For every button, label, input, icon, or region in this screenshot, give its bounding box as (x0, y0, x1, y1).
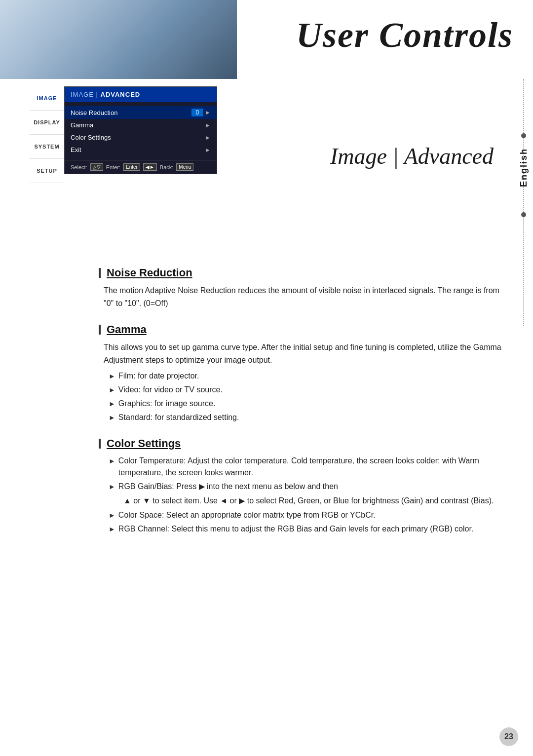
menu-item-exit[interactable]: Exit ► (65, 144, 217, 156)
sidebar-nav: IMAGE DISPLAY SYSTEM SETUP (30, 86, 64, 183)
rgb-gain-indent: ▲ or ▼ to select item. Use ◄ or ▶ to sel… (109, 494, 503, 507)
page-title: User Controls (296, 15, 513, 56)
language-label: English (519, 148, 529, 187)
enter-label: Enter: (106, 164, 120, 170)
noise-reduction-section: Noise Reduction The motion Adaptive Nois… (99, 266, 503, 309)
noise-reduction-body: The motion Adaptive Noise Reduction redu… (99, 284, 503, 309)
lr-key: ◀► (143, 163, 157, 171)
select-key: △▽ (90, 163, 103, 171)
menu-item-arrow: ► (205, 134, 211, 141)
menu-item-noise-reduction[interactable]: Noise Reduction 0 ► (65, 106, 217, 119)
menu-header-suffix: ADVANCED (101, 91, 141, 98)
section-title: Image | Advanced (330, 143, 494, 169)
menu-item-label: Exit (71, 146, 205, 153)
decorative-line (523, 79, 524, 326)
list-item: ► RGB Channel: Select this menu to adjus… (109, 523, 503, 535)
bullet-arrow-icon: ► (109, 482, 115, 492)
menu-item-label: Color Settings (71, 134, 205, 141)
noise-reduction-heading: Noise Reduction (99, 266, 503, 279)
menu-item-label: Noise Reduction (71, 109, 191, 116)
bullet-arrow-icon: ► (109, 399, 115, 409)
page-number: 23 (499, 727, 518, 746)
menu-item-value: 0 (191, 109, 203, 116)
list-item: ► RGB Gain/Bias: Press ▶ into the next m… (109, 481, 503, 492)
list-item: ► Standard: for standardized setting. (109, 412, 503, 423)
select-label: Select: (71, 164, 87, 170)
list-item: ► Color Space: Select an appropriate col… (109, 509, 503, 521)
menu-header-prefix: IMAGE | (71, 91, 101, 98)
bullet-arrow-icon: ► (109, 371, 115, 381)
enter-key: Enter (123, 163, 140, 171)
color-settings-bullets: ► Color Temperature: Adjust the color te… (99, 455, 503, 535)
gamma-bullets: ► Film: for date projector. ► Video: for… (99, 370, 503, 423)
bullet-arrow-icon: ► (109, 413, 115, 423)
nav-item-image[interactable]: IMAGE (30, 86, 64, 111)
menu-item-gamma[interactable]: Gamma ► (65, 119, 217, 131)
menu-item-arrow: ► (205, 147, 211, 153)
list-item: ► Color Temperature: Adjust the color te… (109, 455, 503, 479)
list-item: ► Film: for date projector. (109, 370, 503, 382)
bullet-arrow-icon: ► (109, 456, 115, 466)
menu-item-arrow: ► (205, 122, 211, 129)
list-item: ► Video: for video or TV source. (109, 384, 503, 396)
back-label: Back: (160, 164, 174, 170)
list-item: ► Graphics: for image source. (109, 398, 503, 410)
gamma-heading: Gamma (99, 323, 503, 336)
menu-footer: Select: △▽ Enter: Enter ◀► Back: Menu (65, 160, 217, 174)
color-settings-section: Color Settings ► Color Temperature: Adju… (99, 437, 503, 535)
back-key: Menu (176, 163, 193, 171)
gamma-body: This allows you to set up gamma curve ty… (99, 341, 503, 366)
dot-top (521, 133, 526, 138)
nav-item-setup[interactable]: SETUP (30, 159, 64, 183)
bullet-arrow-icon: ► (109, 510, 115, 521)
nav-item-system[interactable]: SYSTEM (30, 135, 64, 159)
bullet-arrow-icon: ► (109, 524, 115, 534)
menu-item-arrow: ► (205, 109, 211, 116)
color-settings-heading: Color Settings (99, 437, 503, 450)
dot-bottom (521, 212, 526, 217)
menu-item-color-settings[interactable]: Color Settings ► (65, 131, 217, 144)
header-bg-left (0, 0, 237, 79)
gamma-section: Gamma This allows you to set up gamma cu… (99, 323, 503, 423)
header: User Controls (0, 0, 533, 79)
menu-header: IMAGE | ADVANCED (65, 87, 217, 102)
nav-item-display[interactable]: DISPLAY (30, 111, 64, 135)
main-content: Noise Reduction The motion Adaptive Nois… (99, 266, 503, 726)
menu-content: Noise Reduction 0 ► Gamma ► Color Settin… (65, 102, 217, 160)
bullet-arrow-icon: ► (109, 385, 115, 395)
menu-item-label: Gamma (71, 121, 205, 129)
menu-panel: IMAGE | ADVANCED Noise Reduction 0 ► Gam… (64, 86, 217, 174)
